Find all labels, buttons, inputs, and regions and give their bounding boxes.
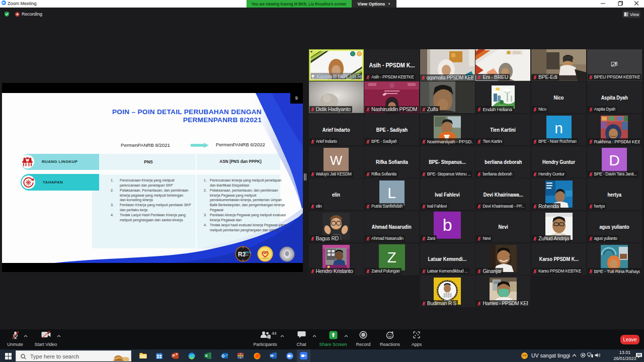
svg-text:P: P [173,354,175,357]
svg-text:BKN: BKN [245,251,251,254]
svg-text:X: X [205,353,208,358]
svg-text:W: W [270,354,274,357]
